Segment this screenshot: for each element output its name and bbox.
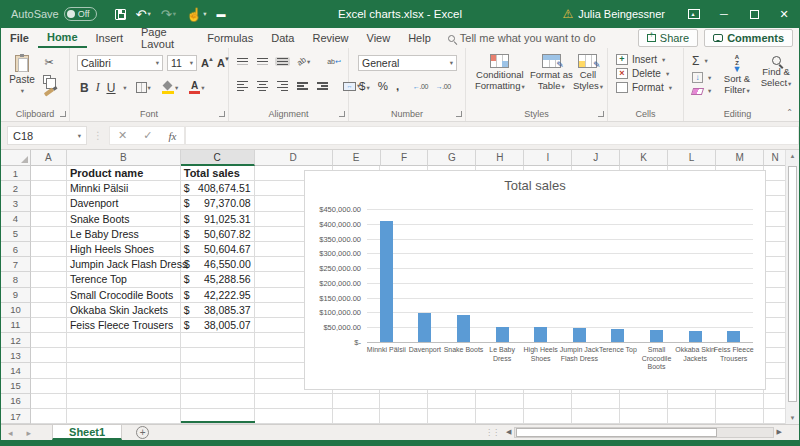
bar[interactable] bbox=[457, 315, 470, 342]
cell-G17[interactable] bbox=[428, 409, 476, 424]
cancel-entry-button[interactable]: ✕ bbox=[110, 129, 135, 142]
cell-M17[interactable] bbox=[716, 409, 764, 424]
cell-I16[interactable] bbox=[524, 394, 572, 409]
next-sheet-button[interactable]: ▸ bbox=[20, 428, 39, 438]
cell-B1[interactable]: Product name bbox=[67, 166, 181, 181]
collapse-ribbon-button[interactable]: ⌃ bbox=[786, 108, 793, 117]
bar[interactable] bbox=[689, 331, 702, 342]
cell-A12[interactable] bbox=[31, 333, 67, 348]
cell-A9[interactable] bbox=[31, 288, 67, 303]
row-header-13[interactable]: 13 bbox=[1, 348, 31, 363]
tab-review[interactable]: Review bbox=[303, 28, 357, 48]
cell-B2[interactable]: Minnki Pälsii bbox=[67, 181, 181, 196]
account-user[interactable]: Julia Beingessner bbox=[578, 8, 665, 20]
column-header-C[interactable]: C bbox=[181, 150, 255, 166]
styles-dialog-launcher[interactable] bbox=[598, 111, 604, 117]
cell-G16[interactable] bbox=[428, 394, 476, 409]
share-button[interactable]: Share bbox=[638, 29, 698, 47]
confirm-entry-button[interactable]: ✓ bbox=[135, 129, 160, 142]
tab-formulas[interactable]: Formulas bbox=[198, 28, 262, 48]
bar[interactable] bbox=[611, 329, 624, 342]
font-size-select[interactable]: 11▾ bbox=[167, 55, 197, 71]
cell-K17[interactable] bbox=[620, 409, 668, 424]
cell-N4[interactable] bbox=[764, 212, 787, 227]
align-right-button[interactable] bbox=[275, 80, 290, 92]
tab-help[interactable]: Help bbox=[399, 28, 440, 48]
cell-N12[interactable] bbox=[764, 333, 787, 348]
cell-N6[interactable] bbox=[764, 242, 787, 257]
column-header-B[interactable]: B bbox=[67, 150, 181, 166]
horizontal-scrollbar[interactable]: ⋮⋮ ◀ ▶ bbox=[485, 425, 785, 439]
cell-B6[interactable]: High Heels Shoes bbox=[67, 242, 181, 257]
percent-style-button[interactable]: % bbox=[378, 80, 388, 92]
redo-button[interactable]: ↷▾ bbox=[157, 3, 180, 25]
align-middle-button[interactable] bbox=[255, 57, 270, 66]
cell-N3[interactable] bbox=[764, 196, 787, 211]
cut-button[interactable]: ✂ bbox=[41, 55, 57, 70]
borders-button[interactable]: ▾ bbox=[134, 81, 153, 94]
increase-indent-button[interactable] bbox=[315, 81, 330, 90]
comments-button[interactable]: Comments bbox=[704, 29, 793, 47]
cell-A14[interactable] bbox=[31, 363, 67, 378]
decrease-font-button[interactable]: A▼ bbox=[217, 57, 229, 69]
undo-button[interactable]: ↶▾ bbox=[132, 3, 155, 25]
cell-A8[interactable] bbox=[31, 272, 67, 287]
formula-input[interactable] bbox=[185, 126, 799, 145]
tab-view[interactable]: View bbox=[358, 28, 400, 48]
column-header-L[interactable]: L bbox=[668, 150, 716, 166]
cell-C8[interactable]: $45,288.56 bbox=[181, 272, 255, 287]
row-header-12[interactable]: 12 bbox=[1, 333, 31, 348]
row-header-3[interactable]: 3 bbox=[1, 196, 31, 211]
conditional-formatting-button[interactable]: Conditional Formatting▾ bbox=[470, 48, 530, 92]
sheet-tab-sheet1[interactable]: Sheet1 bbox=[52, 425, 122, 440]
cell-N11[interactable] bbox=[764, 318, 787, 333]
horizontal-scroll-thumb[interactable] bbox=[516, 428, 717, 437]
cell-C1[interactable]: Total sales bbox=[181, 166, 255, 181]
cell-B14[interactable] bbox=[67, 363, 181, 378]
cell-A1[interactable] bbox=[31, 166, 67, 181]
bar[interactable] bbox=[727, 331, 740, 342]
cell-B17[interactable] bbox=[67, 409, 181, 424]
vertical-scrollbar[interactable]: ▲ ▼ bbox=[785, 150, 799, 424]
align-bottom-button[interactable] bbox=[275, 57, 290, 66]
column-header-E[interactable]: E bbox=[333, 150, 381, 166]
italic-button[interactable]: I bbox=[96, 80, 100, 95]
sort-filter-button[interactable]: AZ▼ Sort & Filter▾ bbox=[720, 52, 754, 96]
cell-C7[interactable]: $46,550.00 bbox=[181, 257, 255, 272]
row-header-4[interactable]: 4 bbox=[1, 212, 31, 227]
cell-C11[interactable]: $38,005.07 bbox=[181, 318, 255, 333]
scrollbar-grip-icon[interactable]: ⋮⋮ bbox=[485, 428, 499, 437]
increase-decimal-button[interactable]: ←.00 bbox=[413, 83, 428, 90]
row-header-1[interactable]: 1 bbox=[1, 166, 31, 181]
paste-button[interactable]: Paste ▾ bbox=[6, 53, 38, 105]
align-top-button[interactable] bbox=[235, 57, 250, 66]
bar[interactable] bbox=[496, 327, 509, 342]
scroll-right-icon[interactable]: ▶ bbox=[774, 428, 785, 436]
cell-B5[interactable]: Le Baby Dress bbox=[67, 227, 181, 242]
cell-M16[interactable] bbox=[716, 394, 764, 409]
row-header-2[interactable]: 2 bbox=[1, 181, 31, 196]
cell-A16[interactable] bbox=[31, 394, 67, 409]
cell-C3[interactable]: $97,370.08 bbox=[181, 196, 255, 211]
comma-style-button[interactable]: , bbox=[396, 80, 399, 92]
format-cells-button[interactable]: Format▾ bbox=[616, 82, 672, 93]
underline-button[interactable]: U bbox=[107, 81, 116, 95]
scroll-up-icon[interactable]: ▲ bbox=[786, 153, 799, 159]
number-format-select[interactable]: General▾ bbox=[358, 55, 457, 71]
cell-B4[interactable]: Snake Boots bbox=[67, 212, 181, 227]
sales-chart[interactable]: Total sales $450,000.00$400,000.00$350,0… bbox=[304, 170, 766, 390]
cell-N8[interactable] bbox=[764, 272, 787, 287]
cell-A5[interactable] bbox=[31, 227, 67, 242]
cell-B16[interactable] bbox=[67, 394, 181, 409]
bold-button[interactable]: B bbox=[80, 81, 89, 95]
wrap-text-button[interactable]: ab↩ bbox=[325, 57, 343, 67]
save-button[interactable] bbox=[111, 3, 130, 25]
maximize-button[interactable] bbox=[739, 0, 769, 28]
cell-N7[interactable] bbox=[764, 257, 787, 272]
column-header-F[interactable]: F bbox=[381, 150, 429, 166]
cell-styles-button[interactable]: ✎ Cell Styles▾ bbox=[573, 48, 603, 92]
cell-C2[interactable]: $408,674.51 bbox=[181, 181, 255, 196]
align-left-button[interactable] bbox=[235, 80, 250, 92]
cell-C14[interactable] bbox=[181, 363, 255, 378]
cell-A6[interactable] bbox=[31, 242, 67, 257]
